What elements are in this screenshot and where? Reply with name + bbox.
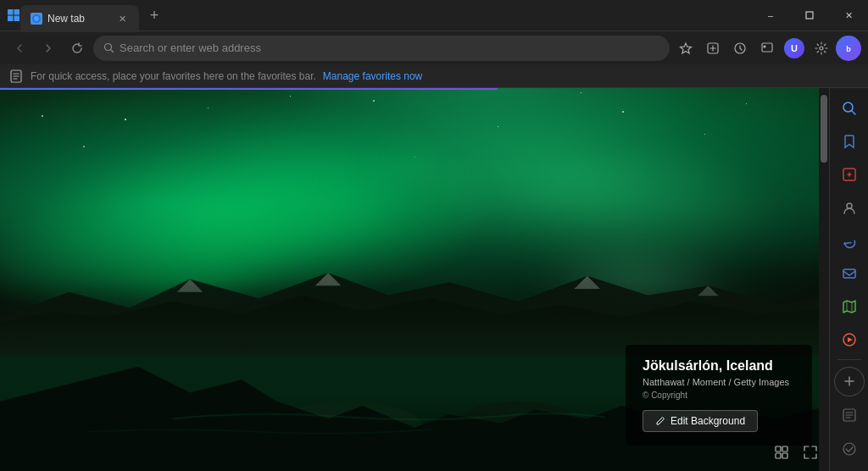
favorites-star-button[interactable]	[673, 36, 698, 61]
svg-rect-28	[843, 269, 855, 278]
sidebar-profile-icon[interactable]	[834, 192, 865, 222]
sidebar-edge-icon[interactable]	[834, 225, 865, 255]
svg-rect-24	[782, 453, 787, 458]
sidebar-maps-icon[interactable]	[834, 291, 865, 321]
svg-point-31	[843, 443, 855, 455]
loading-bar	[0, 88, 498, 90]
settings-button[interactable]	[809, 36, 834, 61]
edit-icon	[655, 416, 665, 426]
nav-actions: U b	[673, 36, 861, 61]
titlebar: New tab ✕ + – ✕	[0, 0, 868, 30]
svg-point-25	[843, 103, 853, 112]
copilot-button[interactable]: b	[836, 36, 861, 61]
windows-icon	[7, 8, 20, 22]
downloads-button[interactable]	[754, 36, 780, 61]
svg-rect-1	[14, 9, 20, 15]
sidebar-divider	[837, 359, 861, 360]
bottom-corner-icons	[770, 441, 822, 464]
tab-close-button[interactable]: ✕	[115, 12, 129, 25]
avatar-button[interactable]: U	[782, 36, 807, 61]
refresh-button[interactable]	[64, 36, 90, 61]
back-button[interactable]	[7, 36, 32, 61]
svg-point-13	[820, 47, 823, 50]
forward-button[interactable]	[36, 36, 61, 61]
history-button[interactable]	[727, 36, 753, 61]
close-button[interactable]: ✕	[829, 0, 868, 30]
manage-favorites-link[interactable]: Manage favorites now	[323, 70, 422, 82]
sidebar-add-button[interactable]	[834, 367, 865, 396]
navbar: U b	[0, 30, 868, 64]
location-title: Jökulsárlón, Iceland	[643, 358, 795, 374]
sidebar-extensions-icon[interactable]	[834, 159, 865, 189]
info-card: Jökulsárlón, Iceland Natthawat / Moment …	[626, 345, 812, 446]
tab-title: New tab	[47, 13, 110, 25]
favorites-icon	[8, 69, 24, 84]
favorites-bar-text: For quick access, place your favorites h…	[31, 70, 316, 82]
sidebar-bookmark-icon[interactable]	[834, 126, 865, 156]
sidebar-settings-bottom-icon[interactable]	[834, 400, 865, 430]
svg-rect-2	[8, 16, 14, 22]
svg-point-7	[105, 44, 112, 51]
favorites-bar: For quick access, place your favorites h…	[0, 64, 868, 88]
new-tab-button[interactable]: +	[142, 3, 166, 27]
minimize-button[interactable]: –	[751, 0, 790, 30]
sidebar-bottom	[834, 400, 865, 471]
svg-point-27	[847, 203, 852, 208]
new-tab[interactable]: New tab ✕	[20, 5, 139, 32]
svg-rect-6	[806, 12, 813, 19]
sidebar-play-icon[interactable]	[834, 324, 865, 354]
svg-text:b: b	[846, 44, 851, 53]
svg-rect-21	[776, 446, 781, 452]
sidebar-search-icon[interactable]	[834, 93, 865, 123]
svg-marker-8	[681, 43, 692, 53]
user-avatar: U	[784, 38, 804, 58]
search-input[interactable]	[120, 42, 659, 54]
photo-credit: Natthawat / Moment / Getty Images	[643, 377, 795, 387]
sidebar-outlook-icon[interactable]	[834, 258, 865, 288]
browser-page: Jökulsárlón, Iceland Natthawat / Moment …	[0, 88, 829, 471]
copyright-text: © Copyright	[643, 391, 795, 400]
svg-rect-0	[8, 9, 14, 15]
right-sidebar	[829, 88, 868, 471]
svg-rect-23	[776, 453, 781, 458]
svg-rect-3	[14, 16, 20, 22]
tab-favicon	[31, 13, 42, 25]
sidebar-bottom-icon-2[interactable]	[834, 434, 865, 464]
scrollbar-thumb[interactable]	[821, 95, 827, 163]
svg-rect-22	[782, 446, 787, 452]
address-bar[interactable]	[93, 36, 670, 61]
search-icon	[103, 42, 114, 53]
svg-point-12	[764, 46, 765, 47]
content-area: Jökulsárlón, Iceland Natthawat / Moment …	[0, 88, 868, 471]
edit-background-button[interactable]: Edit Background	[643, 410, 758, 432]
grid-view-button[interactable]	[770, 441, 793, 464]
titlebar-controls: – ✕	[751, 0, 868, 30]
titlebar-left	[0, 8, 20, 22]
scrollbar[interactable]	[819, 88, 829, 471]
add-to-favorites-button[interactable]	[700, 36, 726, 61]
edit-background-label: Edit Background	[670, 415, 745, 427]
tab-bar: New tab ✕ +	[20, 0, 751, 30]
svg-point-5	[34, 16, 39, 21]
restore-button[interactable]	[790, 0, 829, 30]
